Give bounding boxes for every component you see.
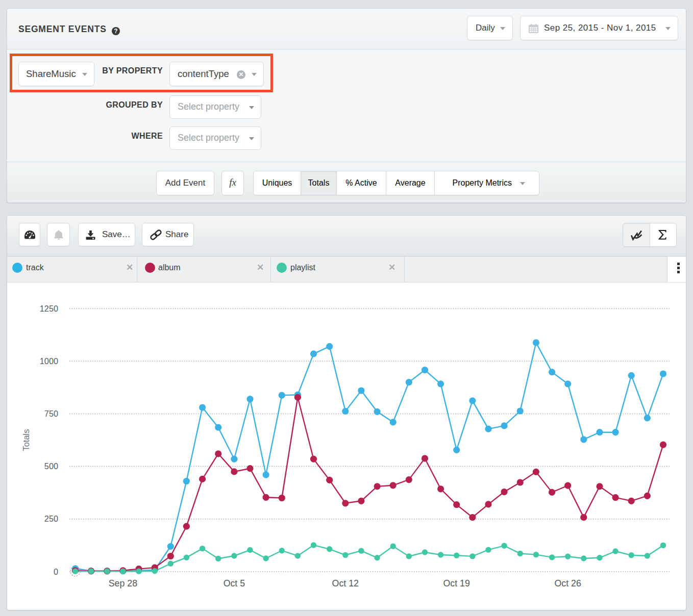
svg-text:0: 0 [54,567,58,576]
svg-text:Oct 12: Oct 12 [332,578,359,588]
svg-text:Oct 5: Oct 5 [224,578,245,588]
svg-text:Totals: Totals [21,429,31,451]
svg-text:Sep 28: Sep 28 [109,578,137,588]
svg-text:Oct 26: Oct 26 [555,578,581,588]
svg-text:1250: 1250 [40,304,58,313]
svg-text:250: 250 [44,514,58,523]
svg-text:1000: 1000 [40,356,58,366]
svg-text:Oct 19: Oct 19 [443,578,470,588]
svg-text:750: 750 [44,409,58,418]
svg-text:500: 500 [44,461,58,471]
